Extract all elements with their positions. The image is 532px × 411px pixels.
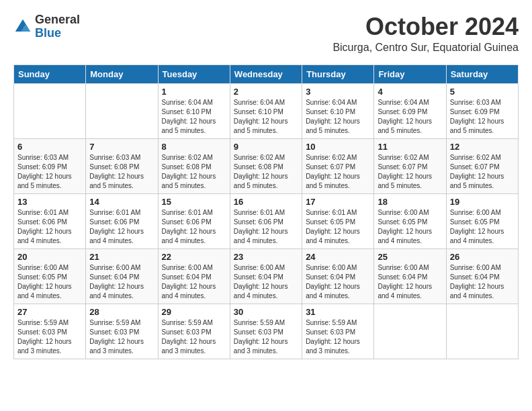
weekday-header-row: SundayMondayTuesdayWednesdayThursdayFrid… xyxy=(14,64,519,83)
day-info: Sunrise: 6:02 AM Sunset: 6:07 PM Dayligh… xyxy=(306,153,370,191)
calendar-cell: 3Sunrise: 6:04 AM Sunset: 6:10 PM Daylig… xyxy=(302,83,374,138)
calendar-cell: 10Sunrise: 6:02 AM Sunset: 6:07 PM Dayli… xyxy=(302,138,374,193)
calendar-cell: 20Sunrise: 6:00 AM Sunset: 6:05 PM Dayli… xyxy=(14,248,86,304)
day-info: Sunrise: 6:00 AM Sunset: 6:04 PM Dayligh… xyxy=(162,263,226,301)
day-number: 16 xyxy=(234,197,298,207)
day-number: 10 xyxy=(306,142,370,152)
day-number: 1 xyxy=(162,87,226,97)
calendar-cell: 14Sunrise: 6:01 AM Sunset: 6:06 PM Dayli… xyxy=(86,193,158,248)
day-number: 31 xyxy=(306,307,370,317)
calendar-cell: 24Sunrise: 6:00 AM Sunset: 6:04 PM Dayli… xyxy=(302,248,374,304)
day-info: Sunrise: 6:02 AM Sunset: 6:07 PM Dayligh… xyxy=(378,153,442,191)
calendar-cell: 23Sunrise: 6:00 AM Sunset: 6:04 PM Dayli… xyxy=(230,248,302,304)
day-info: Sunrise: 6:04 AM Sunset: 6:09 PM Dayligh… xyxy=(378,98,442,136)
logo-text: General Blue xyxy=(35,13,80,40)
day-info: Sunrise: 6:01 AM Sunset: 6:05 PM Dayligh… xyxy=(306,208,370,246)
calendar-cell: 18Sunrise: 6:00 AM Sunset: 6:05 PM Dayli… xyxy=(374,193,446,248)
day-number: 21 xyxy=(89,252,154,262)
calendar-cell: 27Sunrise: 5:59 AM Sunset: 6:03 PM Dayli… xyxy=(14,304,86,359)
logo: General Blue xyxy=(13,13,80,40)
day-info: Sunrise: 6:00 AM Sunset: 6:04 PM Dayligh… xyxy=(450,263,515,301)
calendar-cell: 12Sunrise: 6:02 AM Sunset: 6:07 PM Dayli… xyxy=(446,138,518,193)
calendar-cell: 17Sunrise: 6:01 AM Sunset: 6:05 PM Dayli… xyxy=(302,193,374,248)
weekday-header-friday: Friday xyxy=(374,64,446,83)
day-info: Sunrise: 6:04 AM Sunset: 6:10 PM Dayligh… xyxy=(162,98,226,136)
calendar-week-row: 1Sunrise: 6:04 AM Sunset: 6:10 PM Daylig… xyxy=(14,83,519,138)
calendar-table: SundayMondayTuesdayWednesdayThursdayFrid… xyxy=(13,64,519,359)
calendar-cell: 9Sunrise: 6:02 AM Sunset: 6:08 PM Daylig… xyxy=(230,138,302,193)
day-number: 22 xyxy=(162,252,226,262)
calendar-cell xyxy=(446,304,518,359)
calendar-cell: 5Sunrise: 6:03 AM Sunset: 6:09 PM Daylig… xyxy=(446,83,518,138)
day-info: Sunrise: 6:00 AM Sunset: 6:04 PM Dayligh… xyxy=(89,263,154,301)
day-number: 5 xyxy=(450,87,515,97)
calendar-header: General Blue October 2024 Bicurga, Centr… xyxy=(13,13,519,54)
day-number: 4 xyxy=(378,87,442,97)
day-info: Sunrise: 6:04 AM Sunset: 6:10 PM Dayligh… xyxy=(234,98,298,136)
calendar-cell: 29Sunrise: 5:59 AM Sunset: 6:03 PM Dayli… xyxy=(158,304,230,359)
calendar-cell: 16Sunrise: 6:01 AM Sunset: 6:06 PM Dayli… xyxy=(230,193,302,248)
day-number: 17 xyxy=(306,197,370,207)
day-info: Sunrise: 5:59 AM Sunset: 6:03 PM Dayligh… xyxy=(89,318,154,356)
day-info: Sunrise: 6:02 AM Sunset: 6:07 PM Dayligh… xyxy=(450,153,515,191)
day-number: 6 xyxy=(17,142,82,152)
calendar-cell: 15Sunrise: 6:01 AM Sunset: 6:06 PM Dayli… xyxy=(158,193,230,248)
calendar-week-row: 13Sunrise: 6:01 AM Sunset: 6:06 PM Dayli… xyxy=(14,193,519,248)
calendar-cell: 30Sunrise: 5:59 AM Sunset: 6:03 PM Dayli… xyxy=(230,304,302,359)
calendar-week-row: 6Sunrise: 6:03 AM Sunset: 6:09 PM Daylig… xyxy=(14,138,519,193)
day-number: 30 xyxy=(234,307,298,317)
calendar-cell: 11Sunrise: 6:02 AM Sunset: 6:07 PM Dayli… xyxy=(374,138,446,193)
day-number: 18 xyxy=(378,197,442,207)
day-number: 15 xyxy=(162,197,226,207)
calendar-cell: 6Sunrise: 6:03 AM Sunset: 6:09 PM Daylig… xyxy=(14,138,86,193)
day-number: 3 xyxy=(306,87,370,97)
weekday-header-thursday: Thursday xyxy=(302,64,374,83)
day-info: Sunrise: 6:01 AM Sunset: 6:06 PM Dayligh… xyxy=(234,208,298,246)
calendar-cell: 25Sunrise: 6:00 AM Sunset: 6:04 PM Dayli… xyxy=(374,248,446,304)
weekday-header-monday: Monday xyxy=(86,64,158,83)
calendar-cell: 8Sunrise: 6:02 AM Sunset: 6:08 PM Daylig… xyxy=(158,138,230,193)
weekday-header-wednesday: Wednesday xyxy=(230,64,302,83)
day-info: Sunrise: 6:00 AM Sunset: 6:04 PM Dayligh… xyxy=(378,263,442,301)
day-number: 25 xyxy=(378,252,442,262)
title-area: October 2024 Bicurga, Centro Sur, Equato… xyxy=(332,13,519,54)
weekday-header-tuesday: Tuesday xyxy=(158,64,230,83)
day-number: 9 xyxy=(234,142,298,152)
calendar-cell: 21Sunrise: 6:00 AM Sunset: 6:04 PM Dayli… xyxy=(86,248,158,304)
day-number: 12 xyxy=(450,142,515,152)
day-info: Sunrise: 6:01 AM Sunset: 6:06 PM Dayligh… xyxy=(17,208,82,246)
day-number: 11 xyxy=(378,142,442,152)
day-info: Sunrise: 6:01 AM Sunset: 6:06 PM Dayligh… xyxy=(89,208,154,246)
calendar-week-row: 27Sunrise: 5:59 AM Sunset: 6:03 PM Dayli… xyxy=(14,304,519,359)
calendar-cell: 19Sunrise: 6:00 AM Sunset: 6:05 PM Dayli… xyxy=(446,193,518,248)
weekday-header-sunday: Sunday xyxy=(14,64,86,83)
day-info: Sunrise: 6:00 AM Sunset: 6:04 PM Dayligh… xyxy=(306,263,370,301)
day-number: 26 xyxy=(450,252,515,262)
weekday-header-saturday: Saturday xyxy=(446,64,518,83)
month-title: October 2024 xyxy=(332,13,519,40)
day-number: 14 xyxy=(89,197,154,207)
calendar-cell: 2Sunrise: 6:04 AM Sunset: 6:10 PM Daylig… xyxy=(230,83,302,138)
day-info: Sunrise: 6:00 AM Sunset: 6:04 PM Dayligh… xyxy=(234,263,298,301)
day-info: Sunrise: 6:02 AM Sunset: 6:08 PM Dayligh… xyxy=(162,153,226,191)
location-title: Bicurga, Centro Sur, Equatorial Guinea xyxy=(332,42,519,54)
day-info: Sunrise: 6:03 AM Sunset: 6:09 PM Dayligh… xyxy=(17,153,82,191)
calendar-cell: 26Sunrise: 6:00 AM Sunset: 6:04 PM Dayli… xyxy=(446,248,518,304)
calendar-cell xyxy=(374,304,446,359)
day-number: 23 xyxy=(234,252,298,262)
day-info: Sunrise: 5:59 AM Sunset: 6:03 PM Dayligh… xyxy=(234,318,298,356)
day-number: 2 xyxy=(234,87,298,97)
day-info: Sunrise: 6:00 AM Sunset: 6:05 PM Dayligh… xyxy=(17,263,82,301)
calendar-week-row: 20Sunrise: 6:00 AM Sunset: 6:05 PM Dayli… xyxy=(14,248,519,304)
calendar-cell: 4Sunrise: 6:04 AM Sunset: 6:09 PM Daylig… xyxy=(374,83,446,138)
day-info: Sunrise: 6:02 AM Sunset: 6:08 PM Dayligh… xyxy=(234,153,298,191)
calendar-cell: 1Sunrise: 6:04 AM Sunset: 6:10 PM Daylig… xyxy=(158,83,230,138)
day-info: Sunrise: 6:03 AM Sunset: 6:09 PM Dayligh… xyxy=(450,98,515,136)
calendar-cell xyxy=(86,83,158,138)
day-info: Sunrise: 5:59 AM Sunset: 6:03 PM Dayligh… xyxy=(17,318,82,356)
day-number: 24 xyxy=(306,252,370,262)
day-number: 29 xyxy=(162,307,226,317)
day-info: Sunrise: 5:59 AM Sunset: 6:03 PM Dayligh… xyxy=(162,318,226,356)
day-info: Sunrise: 6:00 AM Sunset: 6:05 PM Dayligh… xyxy=(450,208,515,246)
calendar-cell: 22Sunrise: 6:00 AM Sunset: 6:04 PM Dayli… xyxy=(158,248,230,304)
